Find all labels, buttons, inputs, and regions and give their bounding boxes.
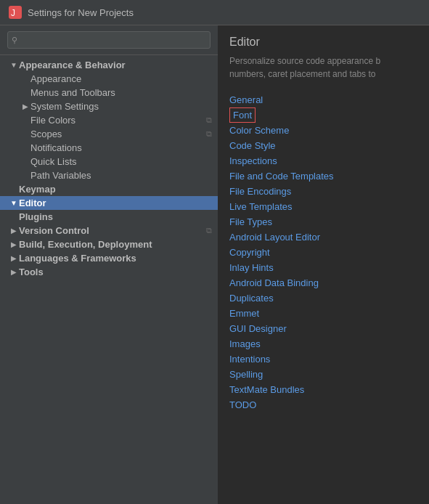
sidebar-item-tools[interactable]: Tools — [0, 265, 218, 279]
sidebar-item-label: Notifications — [30, 142, 218, 153]
sidebar-item-menus-toolbars[interactable]: Menus and Toolbars — [0, 86, 218, 99]
sidebar-item-label: Plugins — [19, 211, 218, 222]
link-spelling[interactable]: Spelling — [229, 367, 417, 382]
sidebar-item-label: File Colors — [30, 115, 206, 126]
sidebar-item-appearance-behavior[interactable]: Appearance & Behavior — [0, 58, 218, 72]
sidebar-item-label: Editor — [19, 198, 218, 208]
sidebar-item-label: Menus and Toolbars — [30, 87, 218, 98]
link-code-style[interactable]: Code Style — [229, 138, 417, 153]
link-todo[interactable]: TODO — [229, 397, 417, 412]
search-bar: ⚲ — [0, 25, 218, 55]
sidebar-item-label: Languages & Frameworks — [19, 253, 218, 264]
expand-arrow — [9, 268, 19, 276]
svg-text:J: J — [11, 8, 15, 18]
link-intentions[interactable]: Intentions — [229, 351, 417, 367]
sidebar-item-file-colors[interactable]: File Colors ⧉ — [0, 113, 218, 127]
sidebar-item-label: Keymap — [19, 184, 218, 195]
link-general[interactable]: General — [229, 92, 417, 107]
link-color-scheme[interactable]: Color Scheme — [229, 123, 417, 138]
search-input[interactable] — [7, 31, 211, 49]
search-icon: ⚲ — [12, 36, 17, 45]
right-panel: Editor Personalize source code appearanc… — [218, 25, 429, 504]
link-font[interactable]: Font — [229, 107, 256, 123]
sidebar-item-scopes[interactable]: Scopes ⧉ — [0, 127, 218, 141]
copy-icon: ⧉ — [206, 226, 212, 235]
editor-heading: Editor — [229, 36, 417, 49]
sidebar-item-label: Build, Execution, Deployment — [19, 239, 218, 250]
link-file-encodings[interactable]: File Encodings — [229, 184, 417, 199]
link-file-code-templates[interactable]: File and Code Templates — [229, 168, 417, 184]
link-images[interactable]: Images — [229, 336, 417, 351]
sidebar-item-label: Tools — [19, 267, 218, 277]
sidebar-item-label: Appearance & Behavior — [19, 60, 218, 70]
sidebar-item-languages-frameworks[interactable]: Languages & Frameworks — [0, 251, 218, 265]
expand-arrow — [20, 102, 30, 110]
sidebar-item-build-execution[interactable]: Build, Execution, Deployment — [0, 237, 218, 251]
sidebar-item-label: Quick Lists — [30, 156, 218, 167]
link-file-types[interactable]: File Types — [229, 214, 417, 229]
sidebar-item-plugins[interactable]: Plugins — [0, 210, 218, 224]
window-title: Settings for New Projects — [28, 7, 134, 18]
sidebar-item-label: Appearance — [30, 73, 218, 84]
link-live-templates[interactable]: Live Templates — [229, 199, 417, 214]
link-gui-designer[interactable]: GUI Designer — [229, 321, 417, 336]
title-bar: J Settings for New Projects — [0, 0, 429, 25]
link-android-data-binding[interactable]: Android Data Binding — [229, 275, 417, 290]
link-textmate-bundles[interactable]: TextMate Bundles — [229, 382, 417, 397]
sidebar-item-label: System Settings — [30, 101, 218, 112]
tree-area: Appearance & Behavior Appearance Menus a… — [0, 55, 218, 504]
link-inlay-hints[interactable]: Inlay Hints — [229, 260, 417, 275]
editor-description: Personalize source code appearance b num… — [229, 54, 417, 81]
main-layout: ⚲ Appearance & Behavior Appearance Menus… — [0, 25, 429, 504]
sidebar-item-system-settings[interactable]: System Settings — [0, 99, 218, 113]
sidebar-item-path-variables[interactable]: Path Variables — [0, 168, 218, 182]
expand-arrow — [9, 61, 19, 69]
expand-arrow — [9, 227, 19, 235]
link-android-layout-editor[interactable]: Android Layout Editor — [229, 229, 417, 245]
expand-arrow — [9, 199, 19, 207]
expand-arrow — [9, 254, 19, 262]
link-emmet[interactable]: Emmet — [229, 306, 417, 321]
expand-arrow — [9, 240, 19, 248]
link-copyright[interactable]: Copyright — [229, 245, 417, 260]
sidebar-item-label: Path Variables — [30, 170, 218, 181]
sidebar-item-notifications[interactable]: Notifications — [0, 141, 218, 155]
copy-icon: ⧉ — [206, 115, 212, 125]
sidebar-item-label: Version Control — [19, 225, 206, 236]
sidebar-item-editor[interactable]: Editor — [0, 196, 218, 210]
left-panel: ⚲ Appearance & Behavior Appearance Menus… — [0, 25, 218, 504]
sidebar-item-appearance[interactable]: Appearance — [0, 72, 218, 86]
editor-links-list: General Font Color Scheme Code Style Ins… — [229, 92, 417, 412]
link-inspections[interactable]: Inspections — [229, 153, 417, 168]
sidebar-item-quick-lists[interactable]: Quick Lists — [0, 155, 218, 168]
app-icon: J — [9, 6, 22, 19]
sidebar-item-version-control[interactable]: Version Control ⧉ — [0, 224, 218, 237]
link-duplicates[interactable]: Duplicates — [229, 290, 417, 306]
sidebar-item-keymap[interactable]: Keymap — [0, 182, 218, 196]
sidebar-item-label: Scopes — [30, 129, 206, 139]
copy-icon: ⧉ — [206, 129, 212, 139]
